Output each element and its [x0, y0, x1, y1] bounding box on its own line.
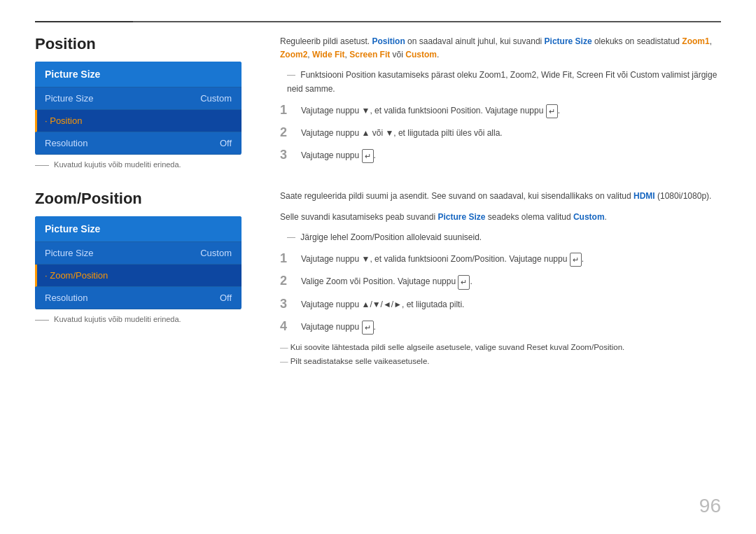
- position-row-1[interactable]: · Position: [35, 110, 241, 132]
- position-row-0-label: Picture Size: [45, 93, 93, 104]
- zoom-position-title: Zoom/Position: [35, 190, 252, 208]
- zoom-position-panel-header: Picture Size: [35, 216, 241, 242]
- position-panel-header: Picture Size: [35, 62, 241, 87]
- zoom-sub-note-1: Kui soovite lähtestada pildi selle algse…: [280, 342, 721, 353]
- zoom-position-row-2-value: Off: [220, 293, 232, 303]
- position-instruction-note: Funktsiooni Position kasutamiseks pärast…: [280, 69, 721, 95]
- position-step-3: 3 Vajutage nuppu ↵.: [280, 148, 721, 164]
- zoom-position-row-1[interactable]: · Zoom/Position: [35, 265, 241, 287]
- zoom-note-dash: [35, 320, 49, 321]
- zoom-position-note: Kuvatud kujutis võib mudeliti erineda.: [35, 315, 252, 323]
- zoom-position-row-0: Picture Size Custom: [35, 242, 241, 265]
- zoom-sub-note-2: Pilt seadistatakse selle vaikeasetusele.: [280, 356, 721, 367]
- position-right-col: Reguleerib pildi asetust. Position on sa…: [280, 35, 721, 170]
- zoom-step-3: 3 Vajutage nuppu ▲/▼/◄/►, et liigutada p…: [280, 297, 721, 312]
- zoom-position-row-1-label: · Zoom/Position: [45, 270, 108, 281]
- zoom-position-row-0-label: Picture Size: [45, 248, 93, 258]
- position-step-1: 1 Vajutage nuppu ▼, et valida funktsioon…: [280, 103, 721, 119]
- position-row-1-label: · Position: [45, 115, 82, 126]
- zoom-position-note-text: Järgige lehel Zoom/Position allolevaid s…: [280, 231, 721, 244]
- zoom-position-right-col: Saate reguleerida pildi suumi ja asendit…: [280, 190, 721, 370]
- zoom-position-desc-2: Selle suvandi kasutamiseks peab suvandi …: [280, 211, 721, 224]
- zoom-position-section: Zoom/Position Picture Size Picture Size …: [35, 190, 721, 370]
- zoom-step-2: 2 Valige Zoom või Position. Vajutage nup…: [280, 274, 721, 290]
- position-step-2: 2 Vajutage nuppu ▲ või ▼, et liigutada p…: [280, 125, 721, 141]
- zoom-step-4: 4 Vajutage nuppu ↵.: [280, 319, 721, 335]
- zoom-position-left-col: Zoom/Position Picture Size Picture Size …: [35, 190, 252, 370]
- position-description: Reguleerib pildi asetust. Position on sa…: [280, 35, 721, 62]
- top-divider: [35, 21, 721, 22]
- zoom-step-1: 1 Vajutage nuppu ▼, et valida funktsioon…: [280, 251, 721, 267]
- position-left-col: Position Picture Size Picture Size Custo…: [35, 35, 252, 170]
- page-container: Position Picture Size Picture Size Custo…: [0, 0, 756, 534]
- page-number: 96: [699, 495, 721, 517]
- position-row-2: Resolution Off: [35, 132, 241, 155]
- position-title: Position: [35, 35, 252, 53]
- position-row-2-label: Resolution: [45, 138, 88, 148]
- zoom-position-row-2-label: Resolution: [45, 293, 88, 303]
- zoom-sub-notes: Kui soovite lähtestada pildi selle algse…: [280, 342, 721, 368]
- zoom-position-steps: 1 Vajutage nuppu ▼, et valida funktsioon…: [280, 251, 721, 335]
- zoom-position-desc-1: Saate reguleerida pildi suumi ja asendit…: [280, 190, 721, 203]
- section-gap: [35, 170, 721, 190]
- zoom-position-row-0-value: Custom: [200, 248, 232, 258]
- position-row-2-value: Off: [220, 138, 232, 148]
- position-section: Position Picture Size Picture Size Custo…: [35, 35, 721, 170]
- position-row-0-value: Custom: [200, 93, 232, 104]
- position-row-0: Picture Size Custom: [35, 87, 241, 110]
- zoom-position-row-2: Resolution Off: [35, 287, 241, 309]
- zoom-position-panel: Picture Size Picture Size Custom · Zoom/…: [35, 216, 241, 309]
- position-note: Kuvatud kujutis võib mudeliti erineda.: [35, 160, 252, 169]
- note-dash: [35, 165, 49, 166]
- position-steps: 1 Vajutage nuppu ▼, et valida funktsioon…: [280, 103, 721, 164]
- position-panel: Picture Size Picture Size Custom · Posit…: [35, 62, 241, 155]
